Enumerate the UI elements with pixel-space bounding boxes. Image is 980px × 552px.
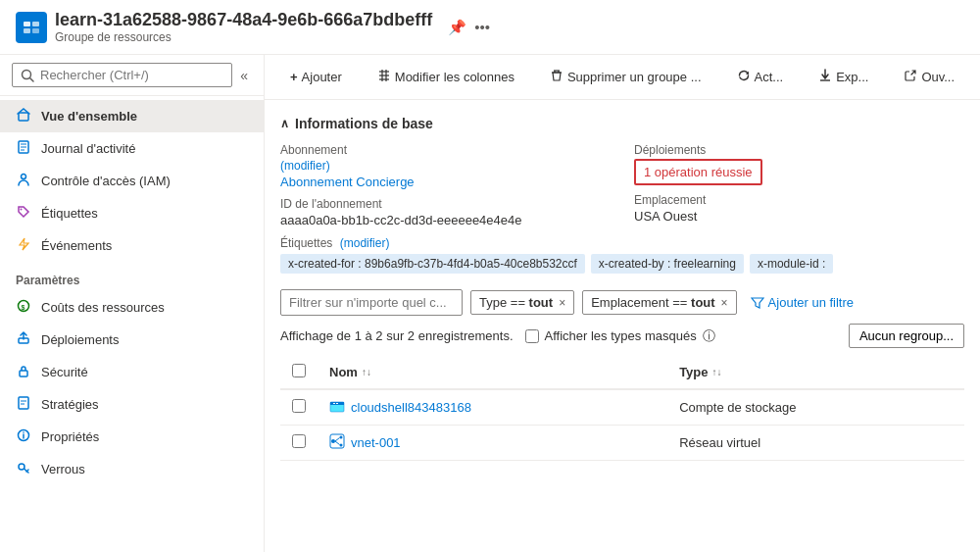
row-checkbox[interactable] <box>292 434 306 448</box>
modifier-colonnes-button[interactable]: Modifier les colonnes <box>368 63 524 91</box>
sidebar-item-etiquettes[interactable]: Étiquettes <box>0 197 264 229</box>
search-input[interactable] <box>40 68 223 82</box>
resource-link-vnet[interactable]: vnet-001 <box>329 433 656 452</box>
page-title: learn-31a62588-9867-48a4-9e6b-666a7bdbef… <box>55 10 432 31</box>
sidebar-item-couts[interactable]: $ Coûts des ressources <box>0 291 264 324</box>
info-grid: Abonnement (modifier) Abonnement Concier… <box>280 143 964 227</box>
svg-rect-16 <box>20 371 27 376</box>
key-icon <box>16 461 31 477</box>
th-nom: Nom ↑↓ <box>318 356 667 389</box>
abonnement-label: Abonnement <box>280 143 611 157</box>
deploy-icon <box>16 331 31 348</box>
abonnement-value-link[interactable]: Abonnement Concierge <box>280 175 611 189</box>
id-label: ID de l'abonnement <box>280 197 611 211</box>
table-row: cloudshell843483168 Compte de stockage <box>280 389 964 426</box>
sidebar-navigation: Vue d'ensemble Journal d'activité <box>0 96 264 489</box>
lock-icon <box>16 364 31 380</box>
sidebar-item-label: Sécurité <box>41 365 88 379</box>
tags-container: x-created-for : 89b6a9fb-c37b-4fd4-b0a5-… <box>280 254 964 274</box>
id-item: ID de l'abonnement aaaa0a0a-bb1b-cc2c-dd… <box>280 197 611 227</box>
columns-icon <box>377 69 391 85</box>
section-title: Informations de base <box>295 116 433 131</box>
sidebar-item-evenements[interactable]: Événements <box>0 229 264 262</box>
content-area: ∧ Informations de base Abonnement (modif… <box>265 100 980 552</box>
svg-point-41 <box>340 444 343 447</box>
sidebar-item-deploiements[interactable]: Déploiements <box>0 324 264 356</box>
ouvrir-button[interactable]: Ouv... <box>894 63 964 91</box>
supprimer-button[interactable]: Supprimer un groupe ... <box>540 63 711 91</box>
show-hidden-label[interactable]: Afficher les types masqués ⓘ <box>525 327 715 345</box>
filter-row: Type == tout × Emplacement == tout × Ajo… <box>280 289 964 316</box>
sidebar-item-label: Contrôle d'accès (IAM) <box>41 174 171 188</box>
actualiser-button[interactable]: Act... <box>727 63 794 91</box>
storage-icon <box>329 398 345 417</box>
search-box[interactable] <box>12 63 232 87</box>
emplacement-filter-chip: Emplacement == tout × <box>582 290 736 315</box>
resource-name-cell: vnet-001 <box>318 426 667 461</box>
filter-input[interactable] <box>280 289 463 316</box>
type-filter-label: Type == tout <box>479 295 553 310</box>
sort-nom[interactable]: Nom ↑↓ <box>329 365 656 379</box>
section-toggle[interactable]: ∧ <box>280 117 289 130</box>
etiquettes-modifier-link[interactable]: (modifier) <box>340 236 390 250</box>
id-value: aaaa0a0a-bb1b-cc2c-dd3d-eeeeee4e4e4e <box>280 213 611 227</box>
sidebar-item-controle-acces[interactable]: Contrôle d'accès (IAM) <box>0 165 264 197</box>
sidebar-item-label: Déploiements <box>41 332 120 347</box>
show-hidden-checkbox[interactable] <box>525 329 539 343</box>
groupby-button[interactable]: Aucun regroup... <box>849 324 964 348</box>
row-checkbox-cell <box>280 426 318 461</box>
filter-icon <box>751 296 764 310</box>
more-icon[interactable]: ••• <box>474 19 490 35</box>
svg-point-22 <box>23 431 24 433</box>
tag-chip: x-module-id : <box>750 254 833 274</box>
resource-link-cloudshell[interactable]: cloudshell843483168 <box>329 398 656 417</box>
sidebar-item-strategies[interactable]: Stratégies <box>0 388 264 421</box>
params-section-title: Paramètres <box>0 262 264 291</box>
sidebar-item-label: Journal d'activité <box>41 141 135 156</box>
export-icon <box>818 69 832 85</box>
tags-row: Étiquettes (modifier) x-created-for : 89… <box>280 235 964 274</box>
home-icon <box>16 108 31 125</box>
th-type: Type ↑↓ <box>667 356 964 389</box>
svg-rect-0 <box>24 22 30 26</box>
sidebar-item-vue-ensemble[interactable]: Vue d'ensemble <box>0 100 264 132</box>
sidebar-search-area: « <box>0 55 264 96</box>
resource-type-cell: Réseau virtuel <box>667 426 964 461</box>
exporter-button[interactable]: Exp... <box>808 63 878 91</box>
type-filter-remove[interactable]: × <box>559 296 565 310</box>
sidebar-item-securite[interactable]: Sécurité <box>0 356 264 388</box>
deployment-badge[interactable]: 1 opération réussie <box>634 159 762 185</box>
sidebar-item-verrous[interactable]: Verrous <box>0 453 264 485</box>
sort-type-icon: ↑↓ <box>712 367 722 377</box>
pin-icon[interactable]: 📌 <box>448 19 466 36</box>
svg-rect-1 <box>32 22 39 26</box>
open-icon <box>904 69 917 85</box>
sidebar-item-proprietes[interactable]: Propriétés <box>0 421 264 453</box>
emplacement-filter-remove[interactable]: × <box>721 296 728 310</box>
info-tooltip-icon: ⓘ <box>703 327 715 345</box>
sidebar-item-label: Étiquettes <box>41 206 98 221</box>
emplacement-filter-label: Emplacement == tout <box>591 295 714 310</box>
ajouter-button[interactable]: + Ajouter <box>280 64 352 90</box>
deploiements-item: Déploiements 1 opération réussie <box>634 143 964 185</box>
svg-line-42 <box>335 438 340 442</box>
deploiements-label: Déploiements <box>634 143 964 157</box>
resource-type-cell: Compte de stockage <box>667 389 964 426</box>
collapse-button[interactable]: « <box>236 64 252 87</box>
sidebar-item-label: Verrous <box>41 462 85 477</box>
abonnement-modifier-link[interactable]: (modifier) <box>280 159 330 173</box>
sort-type[interactable]: Type ↑↓ <box>679 365 953 379</box>
svg-rect-2 <box>24 28 30 33</box>
svg-point-39 <box>331 439 335 443</box>
sidebar-item-journal[interactable]: Journal d'activité <box>0 132 264 165</box>
sidebar-item-label: Événements <box>41 238 112 253</box>
journal-icon <box>16 140 31 157</box>
emplacement-label: Emplacement <box>634 193 964 207</box>
vnet-icon <box>329 433 345 452</box>
select-all-checkbox[interactable] <box>292 364 306 377</box>
table-row: vnet-001 Réseau virtuel <box>280 426 964 461</box>
sort-nom-icon: ↑↓ <box>362 367 371 377</box>
row-checkbox[interactable] <box>292 399 306 413</box>
toolbar: + Ajouter Modifier les colonne <box>265 55 980 100</box>
add-filter-button[interactable]: Ajouter un filtre <box>745 291 859 314</box>
